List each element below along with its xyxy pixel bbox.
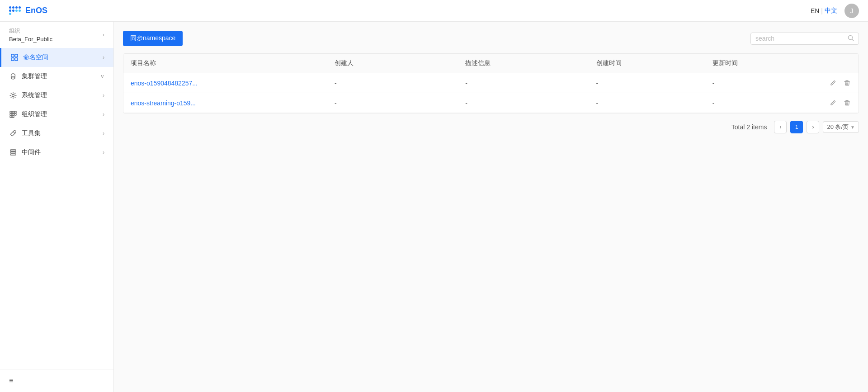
col-header-created: 创建时间	[589, 54, 705, 73]
pagination-total: Total 2 items	[731, 123, 767, 131]
namespace-label: 命名空间	[23, 53, 48, 61]
topbar: EnOS EN | 中文 J	[0, 0, 868, 22]
svg-rect-7	[14, 111, 16, 113]
logo: EnOS	[9, 6, 47, 15]
cluster-arrow-icon: ∨	[100, 73, 104, 80]
tools-arrow-icon: ›	[103, 130, 104, 137]
row-created-at: -	[589, 93, 705, 113]
edit-button[interactable]	[829, 79, 837, 87]
next-page-btn[interactable]: ›	[807, 121, 819, 133]
cluster-label: 集群管理	[22, 72, 47, 80]
svg-point-4	[12, 94, 14, 97]
svg-rect-15	[10, 154, 16, 155]
tools-icon	[9, 129, 17, 137]
col-header-updated: 更新时间	[705, 54, 821, 73]
svg-rect-1	[15, 54, 18, 57]
svg-rect-12	[12, 116, 14, 118]
pagination: Total 2 items ‹ 1 › 20 条/页 ▼	[123, 121, 859, 133]
page-size-arrow-icon: ▼	[850, 125, 855, 130]
row-description: -	[458, 93, 589, 113]
user-avatar[interactable]: J	[844, 4, 859, 18]
svg-rect-9	[12, 113, 14, 115]
org-arrow-icon: ›	[103, 32, 104, 38]
namespace-arrow-icon: ›	[103, 54, 104, 61]
system-arrow-icon: ›	[103, 92, 104, 99]
svg-rect-10	[14, 113, 16, 115]
col-header-creator: 创建人	[327, 54, 458, 73]
org-name: Beta_For_Public	[9, 36, 52, 43]
delete-button[interactable]	[843, 79, 851, 87]
system-label: 系统管理	[22, 91, 47, 99]
svg-rect-5	[10, 111, 12, 113]
lang-switcher: EN | 中文	[811, 7, 837, 15]
search-input[interactable]	[755, 35, 845, 42]
table-row: enos-o159048482257... - - - -	[123, 73, 859, 93]
col-header-name: 项目名称	[123, 54, 327, 73]
system-icon	[9, 91, 17, 99]
sidebar-item-tools[interactable]: 工具集 ›	[0, 124, 113, 143]
cluster-icon	[9, 72, 17, 80]
middleware-arrow-icon: ›	[103, 149, 104, 156]
sidebar-item-middleware[interactable]: 中间件 ›	[0, 143, 113, 162]
topbar-right: EN | 中文 J	[811, 4, 859, 18]
row-name[interactable]: enos-o159048482257...	[123, 73, 327, 93]
org-mgmt-label: 组织管理	[22, 110, 47, 118]
middleware-label: 中间件	[22, 148, 41, 156]
search-box	[750, 33, 859, 45]
row-creator: -	[327, 93, 458, 113]
row-creator: -	[327, 73, 458, 93]
org-section[interactable]: 组织 Beta_For_Public ›	[0, 22, 113, 48]
svg-rect-3	[15, 58, 18, 61]
lang-en-btn[interactable]: EN	[811, 7, 819, 14]
svg-rect-6	[12, 111, 14, 113]
middleware-icon	[9, 148, 17, 156]
edit-button[interactable]	[829, 99, 837, 107]
svg-rect-11	[10, 116, 12, 118]
lang-divider: |	[821, 7, 823, 14]
layout: 组织 Beta_For_Public › 命名空间 › 集群管理	[0, 22, 868, 392]
svg-rect-2	[11, 58, 14, 61]
sidebar-collapse-btn[interactable]: ≡	[0, 369, 113, 392]
main-content: 同步namespace 项目名称 创建人 描述信息 创建时间 更新时间	[114, 22, 868, 392]
sidebar-item-system[interactable]: 系统管理 ›	[0, 86, 113, 105]
svg-rect-8	[10, 113, 12, 115]
sidebar-item-namespace[interactable]: 命名空间 ›	[0, 48, 113, 67]
org-mgmt-icon	[9, 110, 17, 118]
logo-dots	[9, 6, 22, 15]
sync-namespace-button[interactable]: 同步namespace	[123, 31, 183, 46]
page-size-select[interactable]: 20 条/页 ▼	[823, 121, 859, 133]
table-row: enos-streaming-o159... - - - -	[123, 93, 859, 113]
page-size-label: 20 条/页	[827, 123, 849, 131]
logo-text: EnOS	[25, 6, 47, 15]
svg-rect-14	[10, 152, 16, 153]
row-name[interactable]: enos-streaming-o159...	[123, 93, 327, 113]
sidebar-item-org-mgmt[interactable]: 组织管理 ›	[0, 105, 113, 124]
col-header-desc: 描述信息	[458, 54, 589, 73]
lang-zh-btn[interactable]: 中文	[825, 7, 837, 15]
search-icon	[848, 35, 854, 43]
svg-rect-13	[10, 150, 16, 151]
org-mgmt-arrow-icon: ›	[103, 111, 104, 118]
row-created-at: -	[589, 73, 705, 93]
current-page-btn[interactable]: 1	[790, 121, 803, 133]
svg-rect-0	[11, 54, 14, 57]
namespace-table: 项目名称 创建人 描述信息 创建时间 更新时间 enos-o1590484822…	[123, 53, 859, 113]
row-updated-at: -	[705, 73, 821, 93]
row-updated-at: -	[705, 93, 821, 113]
sidebar-item-cluster[interactable]: 集群管理 ∨	[0, 67, 113, 86]
sidebar: 组织 Beta_For_Public › 命名空间 › 集群管理	[0, 22, 114, 392]
toolbar: 同步namespace	[123, 31, 859, 46]
delete-button[interactable]	[843, 99, 851, 107]
tools-label: 工具集	[22, 129, 41, 137]
row-description: -	[458, 73, 589, 93]
col-header-actions	[821, 54, 859, 73]
namespace-icon	[10, 53, 19, 61]
prev-page-btn[interactable]: ‹	[774, 121, 787, 133]
org-label: 组织	[9, 27, 52, 35]
hamburger-icon: ≡	[9, 377, 13, 384]
